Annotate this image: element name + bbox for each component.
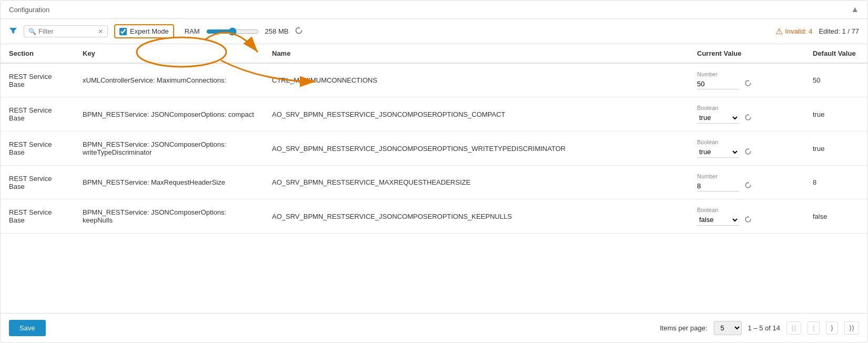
table-row: REST Service BaseBPMN_RESTService: JSONC… — [1, 132, 867, 166]
next-page-button[interactable]: ⟩ — [826, 321, 838, 335]
value-type-label: Boolean — [697, 207, 796, 213]
default-value-text: 8 — [813, 178, 816, 186]
cell-key: BPMN_RESTService: JSONComposerOptions: k… — [74, 199, 264, 234]
footer: Save Items per page: 5 10 20 50 1 – 5 of… — [1, 313, 867, 342]
filter-input-wrap: 🔍 ✕ — [24, 25, 108, 37]
table-row: REST Service BaseBPMN_RESTService: MaxRe… — [1, 166, 867, 199]
cell-section: REST Service Base — [1, 132, 74, 166]
warning-icon: ⚠ — [775, 26, 783, 36]
save-button[interactable]: Save — [9, 320, 46, 336]
header-name: Name — [264, 44, 689, 63]
panel-title: Configuration — [9, 6, 49, 14]
default-value-text: false — [813, 213, 827, 220]
default-value-text: true — [813, 110, 824, 118]
toolbar: 🔍 ✕ Expert Mode RAM 258 MB — [1, 19, 867, 44]
collapse-icon[interactable]: ▲ — [851, 5, 859, 14]
cell-key: BPMN_RESTService: JSONComposerOptions: w… — [74, 132, 264, 166]
reset-button[interactable] — [743, 78, 753, 89]
cell-section: REST Service Base — [1, 199, 74, 234]
cell-name: AO_SRV_BPMN_RESTSERVICE_MAXREQUESTHEADER… — [264, 166, 689, 199]
cell-default-value: 8 — [804, 166, 867, 199]
cell-current-value: Booleantruefalse — [689, 199, 804, 234]
cell-current-value: Number — [689, 166, 804, 199]
cell-name: AO_SRV_BPMN_RESTSERVICE_JSONCOMPOSEROPTI… — [264, 199, 689, 234]
cell-key: BPMN_RESTService: JSONComposerOptions: c… — [74, 97, 264, 132]
value-select[interactable]: truefalse — [697, 214, 739, 226]
value-type-label: Boolean — [697, 139, 796, 145]
expert-mode-label: Expert Mode — [130, 27, 169, 35]
cell-name: AO_SRV_BPMN_RESTSERVICE_JSONCOMPOSEROPTI… — [264, 132, 689, 166]
table-row: REST Service BaseBPMN_RESTService: JSONC… — [1, 97, 867, 132]
default-value-text: 50 — [813, 76, 820, 84]
value-type-label: Number — [697, 71, 796, 77]
cell-key: xUMLControllerService: MaximumConnection… — [74, 63, 264, 97]
cell-section: REST Service Base — [1, 63, 74, 97]
cell-default-value: false — [804, 199, 867, 234]
clear-icon[interactable]: ✕ — [98, 28, 103, 35]
items-per-page-label: Items per page: — [660, 324, 707, 332]
invalid-badge: ⚠ Invalid: 4 — [775, 26, 812, 36]
expert-mode-checkbox[interactable] — [119, 28, 127, 35]
toolbar-right: ⚠ Invalid: 4 Edited: 1 / 77 — [775, 26, 859, 36]
expert-mode-wrap: Expert Mode — [114, 24, 174, 38]
reset-button[interactable] — [743, 113, 753, 124]
cell-section: REST Service Base — [1, 166, 74, 199]
cell-key: BPMN_RESTService: MaxRequestHeaderSize — [74, 166, 264, 199]
table-container: Section Key Name Current Value Default V… — [1, 44, 867, 313]
reset-button[interactable] — [743, 215, 753, 226]
table-header-row: Section Key Name Current Value Default V… — [1, 44, 867, 63]
cell-current-value: Number — [689, 63, 804, 97]
table-row: REST Service BasexUMLControllerService: … — [1, 63, 867, 97]
default-value-text: true — [813, 145, 824, 153]
value-input[interactable] — [697, 181, 739, 191]
cell-name: CTRL_MAXIMUMCONNECTIONS — [264, 63, 689, 97]
value-type-label: Number — [697, 173, 796, 179]
filter-input[interactable] — [38, 27, 96, 35]
refresh-icon[interactable] — [295, 26, 303, 36]
cell-current-value: Booleantruefalse — [689, 97, 804, 132]
pagination-wrap: Items per page: 5 10 20 50 1 – 5 of 14 ⟨… — [660, 321, 859, 335]
header-key: Key — [74, 44, 264, 63]
value-input[interactable] — [697, 79, 739, 89]
header-current-value: Current Value — [689, 44, 804, 63]
filter-icon[interactable] — [9, 26, 17, 37]
search-icon: 🔍 — [28, 28, 36, 35]
edited-badge: Edited: 1 / 77 — [819, 27, 859, 35]
header-section: Section — [1, 44, 74, 63]
last-page-button[interactable]: ⟩⟩ — [844, 321, 859, 335]
reset-button[interactable] — [743, 147, 753, 158]
cell-current-value: Booleantruefalse — [689, 132, 804, 166]
cell-section: REST Service Base — [1, 97, 74, 132]
config-table: Section Key Name Current Value Default V… — [1, 44, 867, 234]
first-page-button[interactable]: ⟨⟨ — [786, 321, 801, 335]
items-per-page-select[interactable]: 5 10 20 50 — [714, 321, 742, 335]
value-type-label: Boolean — [697, 105, 796, 111]
invalid-text: Invalid: 4 — [785, 27, 812, 35]
ram-value: 258 MB — [265, 27, 289, 35]
cell-default-value: true — [804, 97, 867, 132]
table-row: REST Service BaseBPMN_RESTService: JSONC… — [1, 199, 867, 234]
page-info: 1 – 5 of 14 — [748, 324, 780, 332]
ram-label: RAM — [185, 27, 200, 35]
panel-header: Configuration ▲ — [1, 1, 867, 19]
cell-default-value: 50 — [804, 63, 867, 97]
ram-slider[interactable] — [206, 27, 259, 36]
prev-page-button[interactable]: ⟨ — [808, 321, 820, 335]
cell-name: AO_SRV_BPMN_RESTSERVICE_JSONCOMPOSEROPTI… — [264, 97, 689, 132]
value-select[interactable]: truefalse — [697, 112, 739, 124]
header-default-value: Default Value — [804, 44, 867, 63]
reset-button[interactable] — [743, 180, 753, 191]
cell-default-value: true — [804, 132, 867, 166]
value-select[interactable]: truefalse — [697, 146, 739, 158]
